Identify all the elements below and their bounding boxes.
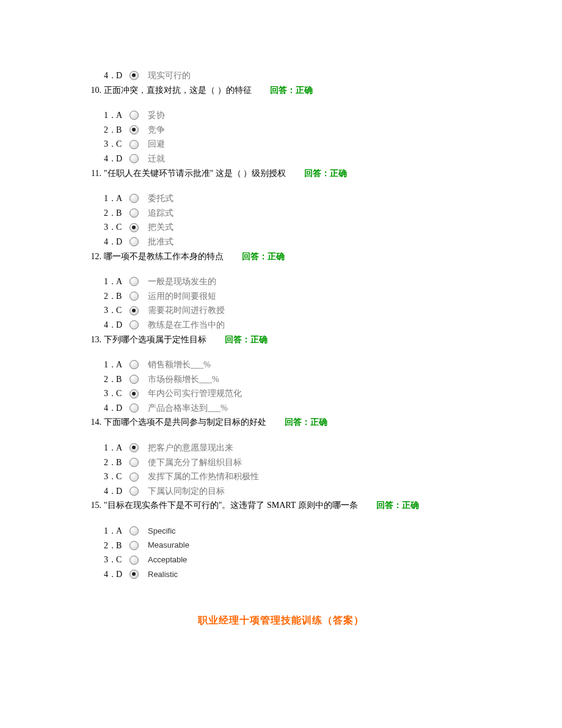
option-row: 1．A一般是现场发生的 [104, 276, 476, 288]
option-row: 4． D 现实可行的 [104, 70, 476, 82]
radio-wrap [130, 208, 144, 218]
radio-unchecked-icon[interactable] [130, 194, 139, 203]
radio-wrap [130, 487, 144, 496]
option-number: 2． [104, 373, 116, 386]
radio-checked-icon[interactable] [130, 306, 139, 315]
question-text: "任职人在关键环节请示批准" 这是（ ）级别授权 [104, 167, 286, 180]
document-page: 4． D 现实可行的 10.正面冲突，直接对抗，这是（ ）的特征回答：正确1．A… [0, 0, 562, 728]
option-text: Specific [148, 526, 176, 537]
radio-checked-icon[interactable] [130, 223, 139, 232]
answer-correct-label: 回答：正确 [225, 334, 268, 346]
radio-checked-icon[interactable] [130, 570, 139, 579]
radio-checked-icon[interactable] [130, 125, 139, 134]
option-number: 4． [104, 236, 116, 248]
radio-wrap [130, 541, 144, 550]
radio-unchecked-icon[interactable] [130, 320, 139, 329]
radio-unchecked-icon[interactable] [130, 472, 139, 482]
question-text: 下列哪个选项属于定性目标 [104, 334, 206, 346]
question-number: 13. [86, 334, 101, 346]
option-row: 1．A委托式 [104, 193, 476, 205]
radio-wrap [130, 237, 144, 246]
radio-unchecked-icon[interactable] [130, 526, 139, 535]
radio-unchecked-icon[interactable] [130, 277, 139, 286]
radio-unchecked-icon[interactable] [130, 208, 139, 218]
option-number: 1． [104, 193, 116, 205]
option-row: 3．CAcceptable [104, 554, 476, 566]
radio-checked-icon[interactable] [130, 443, 139, 452]
option-letter: D [116, 568, 130, 581]
radio-unchecked-icon[interactable] [130, 140, 139, 149]
radio-unchecked-icon[interactable] [130, 360, 139, 369]
radio-wrap [130, 556, 144, 565]
option-letter: A [116, 442, 130, 454]
option-letter: C [116, 554, 130, 566]
radio-unchecked-icon[interactable] [130, 154, 139, 163]
question-text: "目标在现实条件下是不可行的"。这违背了 SMART 原则中的哪一条 [104, 499, 358, 512]
radio-checked-icon[interactable] [130, 71, 139, 80]
radio-wrap [130, 154, 144, 163]
option-text: 市场份额增长___% [148, 373, 219, 386]
spacer [86, 267, 476, 273]
radio-unchecked-icon[interactable] [130, 237, 139, 246]
option-number: 4． [104, 485, 116, 498]
spacer [86, 517, 476, 523]
question-number: 11. [86, 167, 101, 180]
option-number: 3． [104, 221, 116, 233]
answer-correct-label: 回答：正确 [285, 416, 327, 428]
option-letter: C [116, 138, 130, 150]
radio-unchecked-icon[interactable] [130, 458, 139, 467]
questions-list: 10.正面冲突，直接对抗，这是（ ）的特征回答：正确1．A妥协2．B竞争3．C回… [86, 84, 476, 581]
option-number: 2． [104, 124, 116, 136]
option-text: 年内公司实行管理规范化 [148, 388, 242, 400]
option-number: 1． [104, 442, 116, 454]
option-text: 批准式 [148, 236, 173, 248]
radio-unchecked-icon[interactable] [130, 487, 139, 496]
radio-unchecked-icon[interactable] [130, 292, 139, 301]
spacer [86, 184, 476, 190]
radio-wrap [130, 375, 144, 384]
footer-title: 职业经理十项管理技能训练（答案） [86, 614, 476, 627]
radio-unchecked-icon[interactable] [130, 111, 139, 120]
option-number: 4． [104, 153, 116, 165]
question-text: 哪一项不是教练工作本身的特点 [104, 251, 224, 263]
answer-correct-label: 回答：正确 [270, 84, 313, 97]
option-number: 4． [104, 568, 116, 581]
radio-wrap [130, 111, 144, 120]
option-number: 3． [104, 554, 116, 566]
answer-correct-label: 回答：正确 [304, 167, 347, 180]
option-letter: D [116, 319, 130, 331]
radio-wrap [130, 140, 144, 149]
question-number: 12. [86, 251, 101, 263]
option-row: 1．A把客户的意愿显现出来 [104, 442, 476, 454]
option-text: 需要花时间进行教授 [148, 304, 225, 317]
radio-wrap [130, 526, 144, 535]
question-text: 正面冲突，直接对抗，这是（ ）的特征 [104, 84, 252, 97]
option-number: 2． [104, 457, 116, 469]
option-letter: D [116, 236, 130, 248]
radio-wrap [130, 223, 144, 232]
radio-unchecked-icon[interactable] [130, 403, 139, 413]
option-letter: C [116, 388, 130, 400]
option-number: 1． [104, 359, 116, 371]
option-number: 1． [104, 525, 116, 537]
option-letter: D [116, 153, 130, 165]
option-text: 下属认同制定的目标 [148, 485, 225, 498]
option-letter: C [116, 304, 130, 317]
option-number: 3． [104, 304, 116, 317]
radio-wrap [130, 403, 144, 413]
radio-unchecked-icon[interactable] [130, 556, 139, 565]
radio-wrap [130, 320, 144, 329]
radio-checked-icon[interactable] [130, 389, 139, 399]
radio-unchecked-icon[interactable] [130, 541, 139, 550]
option-row: 2．B使下属充分了解组织目标 [104, 457, 476, 469]
radio-wrap [130, 292, 144, 301]
option-number: 4． [104, 70, 116, 82]
radio-unchecked-icon[interactable] [130, 375, 139, 384]
question-number: 15. [86, 499, 101, 512]
option-letter: B [116, 373, 130, 386]
radio-wrap [130, 443, 144, 452]
question-number: 14. [86, 416, 101, 428]
radio-wrap [130, 458, 144, 467]
option-row: 4．D迁就 [104, 153, 476, 165]
option-letter: B [116, 457, 130, 469]
